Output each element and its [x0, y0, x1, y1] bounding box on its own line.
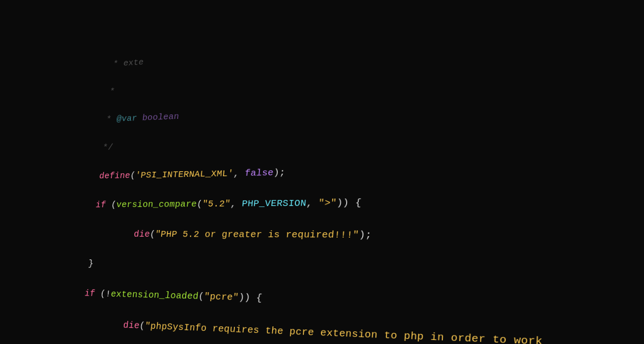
line-comment-1: * exte: [113, 57, 144, 68]
line-comment-end: */: [102, 143, 114, 153]
line-var-doc: * @var boolean: [106, 112, 180, 124]
line-if-version: if (version_compare("5.2", PHP_VERSION, …: [95, 197, 362, 210]
code-content: * exte * * @var boolean */ define('PSI_I…: [0, 13, 555, 344]
line-define: define('PSI_INTERNAL_XML', false);: [99, 167, 286, 181]
line-close-brace-1: }: [88, 258, 94, 268]
line-comment-2: *: [109, 87, 115, 96]
code-editor: * exte * * @var boolean */ define('PSI_I…: [0, 0, 644, 344]
line-die-pcre: die("phpSysInfo requires the pcre extens…: [80, 318, 543, 344]
line-die-version: die("PHP 5.2 or greater is required!!!")…: [92, 229, 372, 241]
line-if-extension: if (!extension_loaded("pcre")) {: [84, 288, 263, 303]
